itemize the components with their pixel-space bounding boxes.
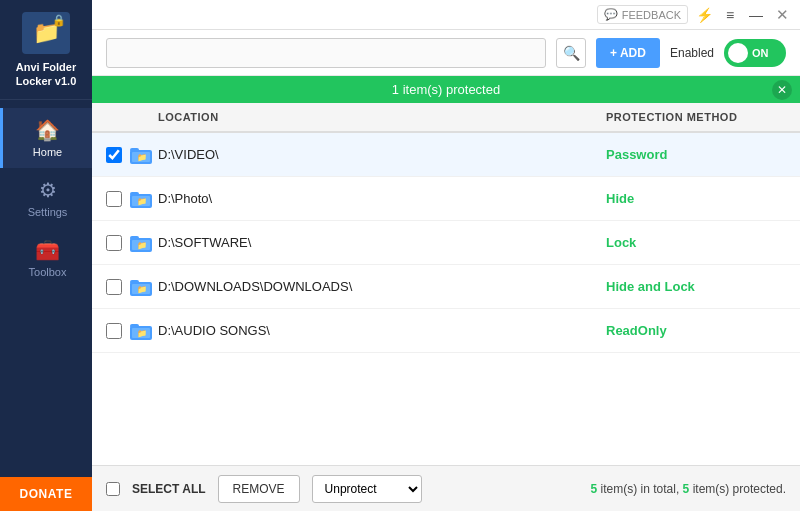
row-checkbox-4[interactable] <box>106 323 122 339</box>
footer: SELECT ALL REMOVE Unprotect 5 item(s) in… <box>92 465 800 511</box>
toggle-dot <box>728 43 748 63</box>
summary-mid: item(s) in total, <box>601 482 683 496</box>
feedback-label: FEEDBACK <box>622 9 681 21</box>
row-path-4: D:\AUDIO SONGS\ <box>158 323 606 338</box>
column-location: LOCATION <box>158 111 606 123</box>
select-all-checkbox[interactable] <box>106 482 120 496</box>
svg-text:📁: 📁 <box>137 240 147 250</box>
enabled-label: Enabled <box>670 46 714 60</box>
svg-rect-17 <box>130 324 139 328</box>
title-bar: 💬 FEEDBACK ⚡ ≡ — ✕ <box>92 0 800 30</box>
folder-icon-2: 📁 <box>130 234 152 252</box>
title-bar-actions: 💬 FEEDBACK ⚡ ≡ — ✕ <box>597 5 792 25</box>
feedback-button[interactable]: 💬 FEEDBACK <box>597 5 688 24</box>
remove-button[interactable]: REMOVE <box>218 475 300 503</box>
row-protection-4: ReadOnly <box>606 323 786 338</box>
toggle-label: ON <box>752 47 773 59</box>
footer-summary: 5 item(s) in total, 5 item(s) protected. <box>591 482 786 496</box>
svg-rect-9 <box>130 236 139 240</box>
svg-rect-1 <box>130 148 139 152</box>
bolt-button[interactable]: ⚡ <box>694 5 714 25</box>
table-header: LOCATION PROTECTION METHOD <box>92 103 800 133</box>
status-bar: 1 item(s) protected ✕ <box>92 76 800 103</box>
svg-text:📁: 📁 <box>137 152 147 162</box>
row-path-0: D:\VIDEO\ <box>158 147 606 162</box>
app-logo-icon: 🔒 <box>22 12 70 54</box>
row-protection-2: Lock <box>606 235 786 250</box>
status-message: 1 item(s) protected <box>392 82 500 97</box>
folder-icon-1: 📁 <box>130 190 152 208</box>
svg-rect-5 <box>130 192 139 196</box>
search-input[interactable] <box>106 38 546 68</box>
close-button[interactable]: ✕ <box>772 5 792 25</box>
search-button[interactable]: 🔍 <box>556 38 586 68</box>
folder-icon-0: 📁 <box>130 146 152 164</box>
row-protection-3: Hide and Lock <box>606 279 786 294</box>
menu-button[interactable]: ≡ <box>720 5 740 25</box>
settings-icon: ⚙ <box>39 178 57 202</box>
table-row: 📁 D:\DOWNLOADS\DOWNLOADS\ Hide and Lock <box>92 265 800 309</box>
row-protection-1: Hide <box>606 191 786 206</box>
toolbar: 🔍 + ADD Enabled ON <box>92 30 800 76</box>
sidebar-item-home[interactable]: 🏠 Home <box>0 108 92 168</box>
donate-button[interactable]: DONATE <box>0 477 92 511</box>
summary-suffix: item(s) protected. <box>693 482 786 496</box>
home-icon: 🏠 <box>35 118 60 142</box>
table-body: 📁 D:\VIDEO\ Password 📁 D:\Photo\ Hide <box>92 133 800 465</box>
feedback-icon: 💬 <box>604 8 618 21</box>
unprotect-select[interactable]: Unprotect <box>312 475 422 503</box>
table-row: 📁 D:\AUDIO SONGS\ ReadOnly <box>92 309 800 353</box>
table-row: 📁 D:\VIDEO\ Password <box>92 133 800 177</box>
sidebar-item-settings[interactable]: ⚙ Settings <box>0 168 92 228</box>
row-path-1: D:\Photo\ <box>158 191 606 206</box>
sidebar-item-settings-label: Settings <box>28 206 68 218</box>
row-path-2: D:\SOFTWARE\ <box>158 235 606 250</box>
folder-icon-4: 📁 <box>130 322 152 340</box>
sidebar-nav: 🏠 Home ⚙ Settings 🧰 Toolbox <box>0 100 92 477</box>
select-all-label: SELECT ALL <box>132 482 206 496</box>
folder-icon-3: 📁 <box>130 278 152 296</box>
app-name: Anvi Folder Locker v1.0 <box>16 60 77 89</box>
row-checkbox-1[interactable] <box>106 191 122 207</box>
sidebar-logo: 🔒 Anvi Folder Locker v1.0 <box>0 0 92 100</box>
row-checkbox-2[interactable] <box>106 235 122 251</box>
row-checkbox-3[interactable] <box>106 279 122 295</box>
row-checkbox-0[interactable] <box>106 147 122 163</box>
sidebar-item-toolbox[interactable]: 🧰 Toolbox <box>0 228 92 288</box>
svg-rect-13 <box>130 280 139 284</box>
svg-text:📁: 📁 <box>137 196 147 206</box>
row-protection-0: Password <box>606 147 786 162</box>
svg-text:📁: 📁 <box>137 284 147 294</box>
summary-protected: 5 <box>683 482 690 496</box>
add-button[interactable]: + ADD <box>596 38 660 68</box>
minimize-button[interactable]: — <box>746 5 766 25</box>
sidebar-item-home-label: Home <box>33 146 62 158</box>
row-path-3: D:\DOWNLOADS\DOWNLOADS\ <box>158 279 606 294</box>
svg-text:📁: 📁 <box>137 328 147 338</box>
toolbox-icon: 🧰 <box>35 238 60 262</box>
sidebar: 🔒 Anvi Folder Locker v1.0 🏠 Home ⚙ Setti… <box>0 0 92 511</box>
status-close-button[interactable]: ✕ <box>772 80 792 100</box>
column-protection: PROTECTION METHOD <box>606 111 786 123</box>
main-content: 💬 FEEDBACK ⚡ ≡ — ✕ 🔍 + ADD Enabled ON 1 … <box>92 0 800 511</box>
lock-icon: 🔒 <box>52 14 66 27</box>
toggle-switch[interactable]: ON <box>724 39 786 67</box>
summary-total: 5 <box>591 482 598 496</box>
table-row: 📁 D:\Photo\ Hide <box>92 177 800 221</box>
table-row: 📁 D:\SOFTWARE\ Lock <box>92 221 800 265</box>
sidebar-item-toolbox-label: Toolbox <box>29 266 67 278</box>
